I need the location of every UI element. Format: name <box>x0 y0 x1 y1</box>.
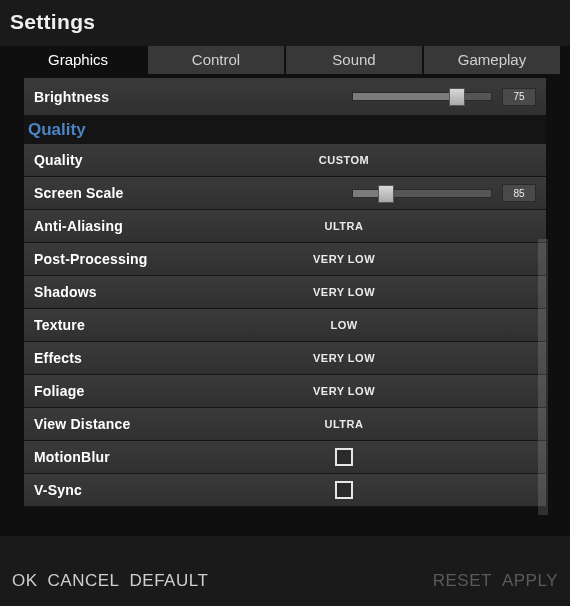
settings-window: Settings Graphics Control Sound Gameplay… <box>0 0 570 606</box>
value-texture: LOW <box>192 319 536 331</box>
slider-thumb[interactable] <box>449 88 465 106</box>
label-foliage: Foliage <box>34 383 184 399</box>
value-post: VERY LOW <box>192 253 536 265</box>
titlebar: Settings <box>0 0 570 46</box>
row-vsync[interactable]: V-Sync <box>24 474 546 507</box>
label-aa: Anti-Aliasing <box>34 218 184 234</box>
checkbox-box[interactable] <box>335 481 353 499</box>
window-title: Settings <box>10 10 560 34</box>
value-effects: VERY LOW <box>192 352 536 364</box>
ok-button[interactable]: OK <box>12 571 38 591</box>
row-post-processing[interactable]: Post-Processing VERY LOW <box>24 243 546 276</box>
screen-scale-value[interactable]: 85 <box>502 184 536 202</box>
tab-graphics[interactable]: Graphics <box>10 46 146 74</box>
footer-left: OK CANCEL DEFAULT <box>12 571 208 591</box>
checkbox-vsync[interactable] <box>192 481 536 499</box>
label-quality: Quality <box>34 152 184 168</box>
slider-fill <box>353 93 457 100</box>
value-foliage: VERY LOW <box>192 385 536 397</box>
slider-thumb[interactable] <box>378 185 394 203</box>
tab-sound[interactable]: Sound <box>286 46 422 74</box>
row-motion-blur[interactable]: MotionBlur <box>24 441 546 474</box>
footer-right: RESET APPLY <box>433 571 558 591</box>
footer: OK CANCEL DEFAULT RESET APPLY <box>0 536 570 606</box>
tabs: Graphics Control Sound Gameplay <box>0 46 570 74</box>
label-motion-blur: MotionBlur <box>34 449 184 465</box>
reset-button[interactable]: RESET <box>433 571 492 591</box>
cancel-button[interactable]: CANCEL <box>48 571 120 591</box>
label-screen-scale: Screen Scale <box>34 185 184 201</box>
row-quality[interactable]: Quality CUSTOM <box>24 144 546 177</box>
section-quality: Quality <box>24 116 546 144</box>
tab-gameplay[interactable]: Gameplay <box>424 46 560 74</box>
row-shadows[interactable]: Shadows VERY LOW <box>24 276 546 309</box>
scrollbar[interactable] <box>538 239 548 515</box>
row-texture[interactable]: Texture LOW <box>24 309 546 342</box>
label-shadows: Shadows <box>34 284 184 300</box>
label-effects: Effects <box>34 350 184 366</box>
slider-screen-scale[interactable]: 85 <box>192 184 536 202</box>
row-brightness: Brightness 75 <box>24 78 546 116</box>
row-view-distance[interactable]: View Distance ULTRA <box>24 408 546 441</box>
settings-list: Brightness 75 Quality Quality CUSTOM Scr… <box>24 78 546 536</box>
default-button[interactable]: DEFAULT <box>130 571 209 591</box>
row-effects[interactable]: Effects VERY LOW <box>24 342 546 375</box>
row-foliage[interactable]: Foliage VERY LOW <box>24 375 546 408</box>
slider-brightness[interactable]: 75 <box>192 88 536 106</box>
value-shadows: VERY LOW <box>192 286 536 298</box>
label-brightness: Brightness <box>34 89 184 105</box>
checkbox-box[interactable] <box>335 448 353 466</box>
label-texture: Texture <box>34 317 184 333</box>
settings-content: Brightness 75 Quality Quality CUSTOM Scr… <box>0 74 570 536</box>
slider-track[interactable] <box>352 189 492 198</box>
value-aa: ULTRA <box>192 220 536 232</box>
value-quality: CUSTOM <box>192 154 536 166</box>
value-view-distance: ULTRA <box>192 418 536 430</box>
tab-control[interactable]: Control <box>148 46 284 74</box>
label-vsync: V-Sync <box>34 482 184 498</box>
apply-button[interactable]: APPLY <box>502 571 558 591</box>
checkbox-motion-blur[interactable] <box>192 448 536 466</box>
slider-track[interactable] <box>352 92 492 101</box>
label-view-distance: View Distance <box>34 416 184 432</box>
section-quality-label: Quality <box>28 120 86 140</box>
row-screen-scale: Screen Scale 85 <box>24 177 546 210</box>
row-anti-aliasing[interactable]: Anti-Aliasing ULTRA <box>24 210 546 243</box>
label-post: Post-Processing <box>34 251 184 267</box>
brightness-value[interactable]: 75 <box>502 88 536 106</box>
